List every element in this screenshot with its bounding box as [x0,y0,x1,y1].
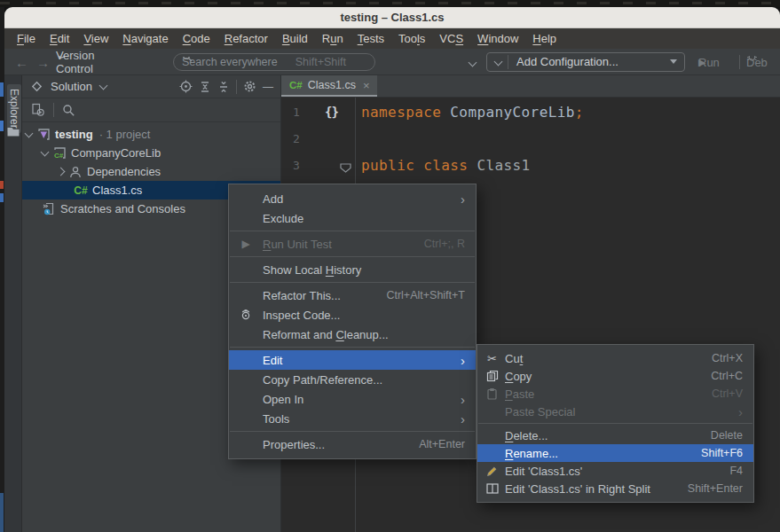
submenu-item-edit-class1[interactable]: Edit 'Class1.cs' F4 [477,462,753,480]
submenu-item-rename[interactable]: Rename... Shift+F6 [477,444,753,462]
menu-edit[interactable]: Edit [43,30,76,47]
tree-item-companycorelib[interactable]: C# CompanyCoreLib [22,144,280,162]
context-menu-item-copy-path-reference[interactable]: Copy Path/Reference... [229,370,476,389]
desktop-mark [0,493,4,532]
search-everywhere-box[interactable]: Search everywhere Shift+Shift [173,53,375,71]
background-window-sliver-top [0,0,780,7]
tab-class1[interactable]: C# Class1.cs × [281,75,377,97]
submenu-item-paste[interactable]: Paste Ctrl+V [477,385,753,403]
scope-chevron-icon[interactable] [99,81,108,90]
main-toolbar: ← → Version Control Search everywhere Sh… [4,49,780,75]
close-icon[interactable]: × [363,79,370,92]
divider [53,103,54,117]
scope-selector[interactable]: Solution [51,80,92,93]
submenu-arrow-icon: › [461,393,465,406]
editor-tabbar: C# Class1.cs × [281,75,780,98]
back-icon[interactable]: ← [15,54,28,69]
menu-refactor[interactable]: Refactor [217,30,275,47]
code-line: 3 public class Class1 [281,152,780,178]
tree-item-dependencies[interactable]: Dependencies [22,162,280,181]
panel-search-icon[interactable] [62,104,75,117]
desktop-mark [0,181,4,189]
menu-separator [230,256,475,257]
braces-icon: {} [325,105,338,119]
menu-view[interactable]: View [76,30,115,47]
submenu-item-paste-special[interactable]: Paste Special › [477,403,753,420]
paste-icon [485,387,499,400]
solution-scope-icon [31,81,43,92]
desktop-mark [0,121,4,131]
tab-label: Class1.cs [308,79,356,91]
menu-build[interactable]: Build [275,30,315,47]
version-control-label: Version Control [56,49,94,75]
folder-icon[interactable] [6,125,20,137]
hide-panel-icon[interactable]: — [263,81,273,93]
edit-submenu: ✂ Cut Ctrl+X Copy Ctrl+C Paste Ctrl+V Pa… [477,344,754,503]
code-line: 1 {} namespace CompanyCoreLib; [281,98,780,125]
csharp-file-icon: C# [74,184,88,197]
config-dropdown-triangle [670,59,677,64]
submenu-item-delete[interactable]: Delete... Delete [477,426,753,444]
context-menu-item-add[interactable]: Add › [229,189,476,208]
menu-separator [230,347,475,348]
context-menu-item-exclude[interactable]: Exclude [229,208,476,228]
chevron-down-icon[interactable] [25,129,34,137]
build-dropdown-chevron[interactable] [469,58,477,66]
code-line: 2 [281,125,780,152]
submenu-item-cut[interactable]: ✂ Cut Ctrl+X [477,349,753,367]
panel-toolbar [22,98,280,122]
dependencies-icon [68,166,83,178]
submenu-item-edit-class1-right-split[interactable]: Edit 'Class1.cs' in Right Split Shift+En… [477,480,753,497]
collapse-all-icon[interactable] [217,81,230,93]
csharp-project-icon: C# [52,146,67,160]
search-shortcut: Shift+Shift [295,56,346,68]
menu-run[interactable]: Run [315,30,351,47]
config-chevron-icon [494,58,503,66]
submenu-item-copy[interactable]: Copy Ctrl+C [477,367,753,385]
context-menu-item-inspect-code[interactable]: Inspect Code... [229,305,476,325]
context-menu-item-open-in[interactable]: Open In › [229,389,476,409]
chevron-down-icon[interactable] [41,147,50,156]
build-hammer-icon[interactable] [448,55,462,69]
context-menu: Add › Exclude ▶ Run Unit Test Ctrl+;, R … [228,184,477,459]
screen: testing – Class1.cs File Edit View Navig… [0,0,780,532]
menu-window[interactable]: Window [470,30,525,47]
chevron-right-icon[interactable] [57,168,66,176]
panel-header: Solution — [22,75,280,98]
tree-item-testing[interactable]: testing · 1 project [22,125,280,144]
search-placeholder: Search everywhere [182,56,278,68]
submenu-arrow-icon: › [461,354,465,367]
menu-separator [478,423,752,424]
submenu-arrow-icon: › [738,405,743,419]
menu-file[interactable]: File [10,30,43,47]
menu-tools[interactable]: Tools [391,30,432,47]
context-menu-item-run-unit-test[interactable]: ▶ Run Unit Test Ctrl+;, R [229,234,476,254]
run-configuration-combo[interactable]: Add Configuration... [486,52,685,72]
inspect-code-icon [238,309,254,321]
context-menu-item-show-local-history[interactable]: Show Local History [229,260,476,279]
copy-icon [485,370,499,382]
context-menu-item-edit[interactable]: Edit › [229,350,476,370]
forward-icon[interactable]: → [36,54,50,69]
menu-navigate[interactable]: Navigate [115,30,175,47]
menu-code[interactable]: Code [176,30,217,47]
context-menu-item-refactor-this[interactable]: Refactor This... Ctrl+Alt+Shift+T [229,286,476,305]
context-menu-item-reformat-and-cleanup[interactable]: Reformat and Cleanup... [229,325,476,344]
menu-separator [230,231,475,231]
menu-help[interactable]: Help [525,30,563,47]
locate-target-icon[interactable] [179,80,193,93]
menu-vcs[interactable]: VCS [432,30,470,47]
gear-icon[interactable] [243,80,256,93]
fold-region-icon[interactable] [340,163,351,173]
divider [236,80,237,94]
select-opened-file-icon[interactable] [31,103,45,117]
tool-window-strip: Explorer [4,75,22,532]
context-menu-item-tools[interactable]: Tools › [229,409,476,428]
divider [508,55,508,69]
context-menu-item-properties[interactable]: Properties... Alt+Enter [229,434,476,454]
expand-all-icon[interactable] [199,81,211,93]
split-view-icon [485,483,499,494]
menu-tests[interactable]: Tests [351,30,391,47]
submenu-arrow-icon: › [461,192,465,206]
menu-separator [230,282,475,283]
